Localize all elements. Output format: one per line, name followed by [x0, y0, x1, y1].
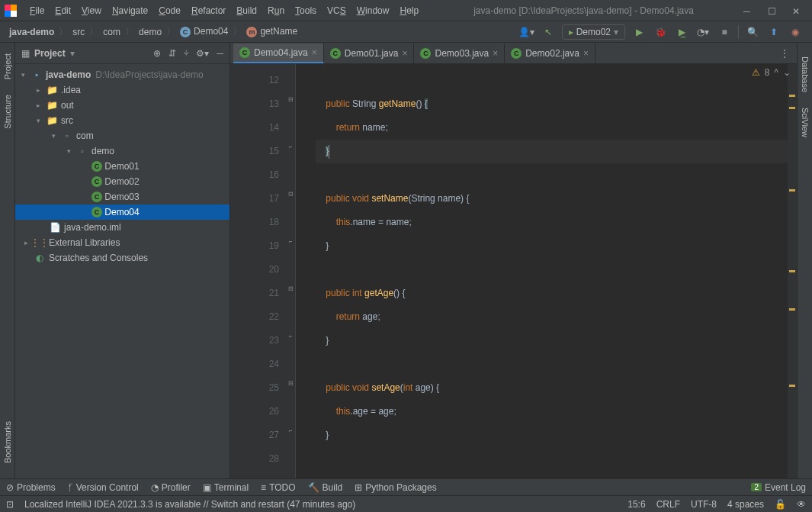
tree-demo04[interactable]: C Demo04 — [15, 204, 229, 220]
warning-mark[interactable] — [789, 270, 795, 272]
tool-terminal[interactable]: ▣Terminal — [203, 482, 249, 493]
line-number[interactable]: 21 — [230, 282, 279, 305]
menu-vcs[interactable]: VCS — [322, 2, 351, 19]
fold-start-icon[interactable]: ⊟ — [287, 191, 294, 198]
menu-tools[interactable]: Tools — [290, 2, 322, 19]
tree-demo03[interactable]: C Demo03 — [15, 189, 229, 204]
fold-start-icon[interactable]: ⊟ — [287, 285, 294, 293]
line-number[interactable]: 15 — [230, 140, 279, 163]
status-position[interactable]: 15:6 — [627, 499, 645, 510]
stop-icon[interactable]: ■ — [715, 24, 733, 40]
crumb-method[interactable]: mgetName — [243, 26, 300, 37]
line-number-gutter[interactable]: 12 13 14 15 16 17 18 19 20 21 22 23 24 2… — [230, 64, 285, 478]
line-number[interactable]: 20 — [230, 258, 279, 282]
tree-iml[interactable]: 📄java-demo.iml — [15, 220, 229, 235]
search-icon[interactable]: 🔍 — [743, 24, 762, 40]
build-hammer-icon[interactable]: ↖ — [539, 24, 557, 40]
tab-demo02[interactable]: CDemo02.java× — [505, 43, 595, 63]
menu-refactor[interactable]: Refactor — [186, 2, 231, 19]
warning-mark[interactable] — [789, 107, 795, 109]
tree-demo02[interactable]: C Demo02 — [15, 174, 229, 189]
sync-icon[interactable]: ⬆ — [765, 24, 783, 40]
crumb-project[interactable]: java-demo — [6, 27, 57, 37]
tool-tab-sciview[interactable]: SciView — [799, 100, 811, 145]
menu-code[interactable]: Code — [153, 2, 186, 19]
tree-idea[interactable]: ▸📁.idea — [15, 82, 229, 98]
tool-profiler[interactable]: ◔Profiler — [151, 482, 191, 493]
line-number[interactable]: 24 — [230, 353, 279, 376]
run-button-icon[interactable]: ▶ — [630, 24, 648, 40]
line-number[interactable]: 23 — [230, 329, 279, 353]
warning-mark[interactable] — [789, 308, 795, 311]
close-tab-icon[interactable]: × — [402, 48, 407, 59]
line-number[interactable]: 17 — [230, 187, 279, 211]
chevron-down-icon[interactable]: ▾ — [70, 48, 75, 59]
line-number[interactable]: 25 — [230, 376, 279, 400]
warning-mark[interactable] — [789, 385, 795, 387]
menu-edit[interactable]: Edit — [50, 2, 76, 19]
user-icon[interactable]: 👤▾ — [518, 24, 536, 40]
code-content[interactable]: public String getName() { return name; }… — [296, 64, 788, 478]
status-indent[interactable]: 4 spaces — [727, 499, 764, 510]
menu-help[interactable]: Help — [394, 2, 424, 19]
tool-tab-structure[interactable]: Structure — [2, 87, 14, 137]
line-number[interactable]: 29 — [230, 471, 279, 478]
profile-icon[interactable]: ◔▾ — [694, 24, 712, 40]
menu-navigate[interactable]: Navigate — [107, 2, 153, 19]
tab-demo03[interactable]: CDemo03.java× — [414, 43, 505, 63]
code-editor[interactable]: 12 13 14 15 16 17 18 19 20 21 22 23 24 2… — [230, 64, 797, 478]
collapse-all-icon[interactable]: ÷ — [184, 48, 189, 59]
inspection-widget[interactable]: ⚠ 8 ^ ⌄ — [752, 67, 791, 78]
close-tab-icon[interactable]: × — [583, 48, 589, 59]
tool-todo[interactable]: ≡TODO — [261, 482, 295, 493]
tab-demo01[interactable]: CDemo01.java× — [324, 43, 415, 63]
close-icon[interactable]: ✕ — [792, 6, 801, 15]
line-number[interactable]: 14 — [230, 116, 279, 140]
line-number[interactable]: 22 — [230, 305, 279, 329]
warning-mark[interactable] — [789, 95, 795, 97]
project-panel-title[interactable]: Project — [34, 48, 66, 59]
line-number[interactable]: 26 — [230, 400, 279, 423]
hide-icon[interactable]: ─ — [217, 48, 223, 59]
readonly-lock-icon[interactable]: 🔓 — [775, 499, 786, 510]
select-opened-icon[interactable]: ⊕ — [153, 48, 161, 59]
close-tab-icon[interactable]: × — [493, 48, 498, 59]
ide-features-icon[interactable]: ◉ — [786, 24, 804, 40]
minimize-icon[interactable]: ─ — [743, 6, 753, 15]
menu-view[interactable]: View — [76, 2, 107, 19]
tool-tab-database[interactable]: Database — [799, 49, 811, 100]
project-tree[interactable]: ▾▪java-demoD:\IdeaProjects\java-demo ▸📁.… — [15, 64, 229, 478]
tree-src[interactable]: ▾📁src — [15, 113, 229, 128]
crumb-class[interactable]: CDemo04 — [177, 26, 231, 37]
fold-start-icon[interactable]: ⊟ — [287, 96, 294, 104]
close-tab-icon[interactable]: × — [312, 47, 317, 58]
tree-com[interactable]: ▾▫com — [15, 128, 229, 143]
line-number[interactable]: 16 — [230, 163, 279, 187]
warning-mark[interactable] — [789, 189, 795, 192]
line-number[interactable]: 19 — [230, 234, 279, 258]
crumb-com[interactable]: com — [100, 27, 124, 37]
status-encoding[interactable]: UTF-8 — [691, 499, 717, 510]
line-number[interactable]: 28 — [230, 447, 279, 471]
tool-problems[interactable]: ⊘Problems — [6, 482, 56, 493]
menu-window[interactable]: Window — [351, 2, 395, 19]
line-number[interactable]: 27 — [230, 423, 279, 447]
tool-tab-project[interactable]: Project — [2, 46, 14, 87]
tool-python-packages[interactable]: ⊞Python Packages — [355, 482, 436, 493]
crumb-demo[interactable]: demo — [136, 27, 165, 37]
status-message[interactable]: Localized IntelliJ IDEA 2021.3.3 is avai… — [24, 499, 355, 510]
tab-demo04[interactable]: CDemo04.java× — [233, 43, 324, 63]
status-line-sep[interactable]: CRLF — [656, 499, 680, 510]
tab-more-icon[interactable]: ⋮ — [772, 48, 797, 59]
tool-vcs[interactable]: ᚶVersion Control — [68, 482, 139, 493]
debug-button-icon[interactable]: 🐞 — [651, 24, 669, 40]
tree-scratches[interactable]: ◐Scratches and Consoles — [15, 250, 229, 266]
fold-end-icon[interactable]: ⌐ — [287, 333, 294, 340]
intentions-icon[interactable]: 👁 — [797, 499, 806, 510]
chevron-down-icon[interactable]: ⌄ — [783, 67, 791, 78]
tool-event-log[interactable]: 2Event Log — [751, 482, 806, 493]
fold-end-icon[interactable]: ⌐ — [287, 143, 294, 151]
menu-file[interactable]: File — [24, 2, 50, 19]
fold-end-icon[interactable]: ⌐ — [287, 238, 294, 246]
tree-out[interactable]: ▸📁out — [15, 98, 229, 113]
